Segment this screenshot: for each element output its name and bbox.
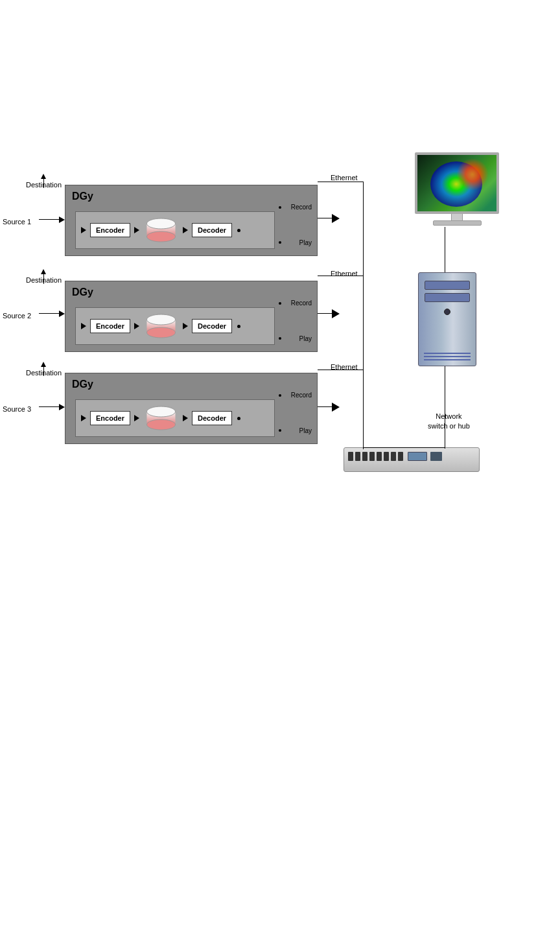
encoder-box-3: Encoder xyxy=(90,411,130,425)
output-arrow-3 xyxy=(332,403,340,412)
port-6 xyxy=(384,452,389,461)
switch-label-area xyxy=(430,452,442,461)
signal-path-1: Encoder xyxy=(75,211,275,249)
source-label-3: Source 3 xyxy=(3,405,31,414)
network-switch xyxy=(344,447,480,472)
eth-h-to-switch xyxy=(363,447,412,448)
dgy-box-1: DGy Encoder xyxy=(65,185,318,256)
switch-indicator xyxy=(408,452,427,461)
disk-dec-arrow-1 xyxy=(183,227,188,233)
port-7 xyxy=(391,452,396,461)
play-label-3: Play xyxy=(299,427,312,434)
source-label-2: Source 2 xyxy=(3,311,31,320)
port-1 xyxy=(348,452,353,461)
disk-dec-arrow-3 xyxy=(183,415,188,421)
disk-3 xyxy=(143,405,179,431)
monitor xyxy=(415,152,499,226)
svg-point-10 xyxy=(147,419,176,430)
output-arrow-2 xyxy=(332,309,340,318)
record-label-2: Record xyxy=(291,300,312,307)
server-drive-2 xyxy=(425,293,470,302)
disk-2 xyxy=(143,313,179,339)
monitor-base xyxy=(433,220,482,226)
network-switch-label: Network switch or hub xyxy=(428,412,470,432)
server-body xyxy=(418,272,476,366)
output-arrow-1 xyxy=(332,214,340,223)
source-arrow-head-1 xyxy=(59,217,65,223)
port-8 xyxy=(398,452,403,461)
svg-point-3 xyxy=(147,218,176,229)
server-switch-h-line xyxy=(412,447,445,448)
decoder-box-1: Decoder xyxy=(192,223,232,237)
record-dot-1 xyxy=(279,206,281,209)
play-label-1: Play xyxy=(299,239,312,246)
server-to-switch-line xyxy=(445,366,445,449)
eth-h-line-1 xyxy=(318,182,364,182)
port-3 xyxy=(362,452,368,461)
dgy-label-1: DGy xyxy=(72,191,93,202)
dgy-label-3: DGy xyxy=(72,379,93,390)
play-dot-1 xyxy=(279,241,281,244)
source-arrow-head-2 xyxy=(59,311,65,317)
signal-path-3: Encoder De xyxy=(75,399,275,437)
decoder-box-3: Decoder xyxy=(192,411,232,425)
signal-path-2: Encoder De xyxy=(75,307,275,345)
ethernet-label-2: Ethernet xyxy=(331,270,358,277)
svg-point-11 xyxy=(147,406,176,417)
port-4 xyxy=(369,452,375,461)
source-label-1: Source 1 xyxy=(3,217,31,226)
dest-arrow-head-2 xyxy=(41,269,46,274)
output-dot-2 xyxy=(237,325,240,328)
dest-arrow-head-1 xyxy=(41,174,46,179)
monitor-screen xyxy=(415,152,499,214)
server-vents xyxy=(424,353,471,360)
play-dot-3 xyxy=(279,429,281,432)
output-dot-1 xyxy=(237,229,240,232)
eth-h-line-2 xyxy=(318,276,364,276)
server-power-btn xyxy=(444,309,450,315)
server-drive-1 xyxy=(425,281,470,290)
eth-h-line-3 xyxy=(318,370,364,370)
dgy-box-2: DGy Encoder xyxy=(65,281,318,352)
diagram-container: Destination Source 1 DGy Encoder xyxy=(0,0,560,940)
disk-dec-arrow-2 xyxy=(183,323,188,329)
decoder-box-2: Decoder xyxy=(192,319,232,333)
dest-arrow-head-3 xyxy=(41,362,46,367)
enc-disk-arrow-2 xyxy=(134,323,139,329)
monitor-neck xyxy=(451,214,463,220)
disk-1 xyxy=(143,217,179,243)
svg-point-7 xyxy=(147,314,176,325)
enc-disk-arrow-3 xyxy=(134,415,139,421)
server-tower xyxy=(418,272,476,366)
enc-disk-arrow-1 xyxy=(134,227,139,233)
record-dot-2 xyxy=(279,302,281,305)
port-5 xyxy=(377,452,382,461)
svg-point-2 xyxy=(147,231,176,242)
output-dot-3 xyxy=(237,417,240,420)
source-arrow-line-2 xyxy=(39,313,62,314)
input-arrow-1 xyxy=(81,227,86,233)
svg-point-6 xyxy=(147,327,176,338)
encoder-box-2: Encoder xyxy=(90,319,130,333)
dgy-label-2: DGy xyxy=(72,287,93,298)
source-arrow-head-3 xyxy=(59,404,65,410)
source-arrow-line-3 xyxy=(39,406,62,407)
record-dot-3 xyxy=(279,394,281,397)
source-arrow-line-1 xyxy=(39,219,62,220)
dgy-box-3: DGy Encoder xyxy=(65,373,318,444)
play-dot-2 xyxy=(279,337,281,340)
ethernet-label-1: Ethernet xyxy=(331,174,358,182)
encoder-box-1: Encoder xyxy=(90,223,130,237)
play-label-2: Play xyxy=(299,335,312,342)
record-label-3: Record xyxy=(291,392,312,399)
monitor-server-line xyxy=(445,227,445,272)
port-2 xyxy=(355,452,360,461)
switch-ports-row xyxy=(344,448,479,465)
input-arrow-2 xyxy=(81,323,86,329)
input-arrow-3 xyxy=(81,415,86,421)
eth-down-to-switch xyxy=(363,366,364,449)
record-label-1: Record xyxy=(291,204,312,211)
